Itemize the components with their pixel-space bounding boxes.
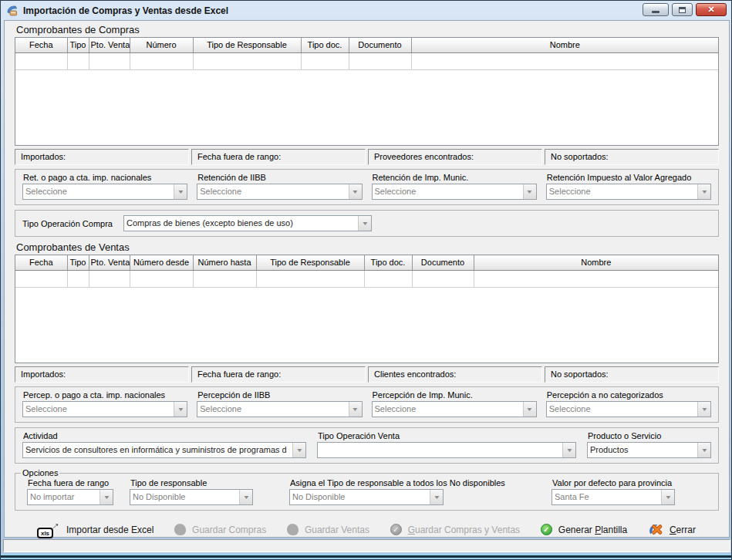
ventas-empty-row [15, 270, 718, 287]
opciones-group: Opciones Fecha fuera de rango No importa… [15, 468, 719, 511]
chevron-down-icon[interactable]: ▼ [697, 184, 710, 199]
compras-col-responsable[interactable]: Tipo de Responsable [193, 38, 301, 52]
ret-iva-select[interactable]: Seleccione ▼ [546, 184, 711, 200]
ventas-importados-label: Importados: [15, 366, 189, 383]
actividad-panel: Actividad Servicios de consultores en in… [15, 427, 719, 464]
compras-col-pto-venta[interactable]: Pto. Venta [89, 38, 130, 52]
compras-importados-label: Importados: [15, 149, 189, 165]
dialog-body: Comprobantes de Compras Fecha Tipo Pto. … [4, 20, 730, 538]
ventas-col-pto-venta[interactable]: Pto. Venta [89, 255, 130, 270]
tipo-operacion-compra-panel: Tipo Operación Compra Compras de bienes … [15, 210, 719, 237]
guardar-ventas-button[interactable]: Guardar Ventas [287, 524, 369, 535]
status-bar [3, 539, 730, 552]
title-bar: Importación de Compras y Ventas desde Ex… [1, 1, 731, 20]
tipo-operacion-venta-select[interactable]: ▼ [317, 442, 576, 458]
compras-empty-row [15, 52, 718, 69]
chevron-down-icon[interactable]: ▼ [697, 443, 710, 457]
compras-grid[interactable]: Fecha Tipo Pto. Venta Número Tipo de Res… [15, 37, 719, 146]
ventas-col-documento[interactable]: Documento [412, 255, 474, 270]
chevron-down-icon[interactable]: ▼ [697, 402, 710, 417]
chevron-down-icon[interactable]: ▼ [523, 402, 536, 417]
compras-col-tipo[interactable]: Tipo [67, 38, 89, 52]
tipo-operacion-compra-label: Tipo Operación Compra [22, 219, 113, 228]
ret-iva-label: Retención Impuesto al Valor Agregado [547, 173, 711, 182]
ret-munic-select[interactable]: Seleccione ▼ [372, 184, 537, 200]
chevron-down-icon[interactable]: ▼ [174, 402, 187, 417]
compras-col-fecha[interactable]: Fecha [15, 38, 67, 52]
opt-tipo-responsable-label: Tipo de responsable [130, 478, 289, 487]
compras-no-soportados-label: No soportados: [545, 149, 719, 165]
close-button[interactable]: ✕ [696, 3, 727, 16]
ventas-clientes-label: Clientes encontrados: [368, 366, 542, 383]
chevron-down-icon[interactable]: ▼ [292, 443, 305, 457]
compras-col-numero[interactable]: Número [130, 38, 193, 52]
chevron-down-icon[interactable]: ▼ [100, 490, 113, 504]
generar-plantilla-button[interactable]: ✓ Generar Plantilla [541, 524, 627, 535]
minimize-button[interactable] [643, 3, 669, 16]
opt-asigna-responsable-select[interactable]: No Disponible ▼ [289, 489, 444, 505]
percep-iibb-label: Percepción de IIBB [197, 390, 362, 400]
chevron-down-icon[interactable]: ▼ [562, 443, 575, 457]
tipo-operacion-compra-select[interactable]: Compras de bienes (excepto bienes de uso… [123, 215, 372, 231]
ventas-status-row: Importados: Fecha fuera de rango: Client… [15, 366, 719, 383]
percep-nacionales-select[interactable]: Seleccione ▼ [22, 401, 187, 417]
compras-col-documento[interactable]: Documento [349, 38, 411, 52]
ventas-col-fecha[interactable]: Fecha [15, 255, 67, 270]
guardar-compras-y-ventas-button[interactable]: ✓ Guardar Compras y Ventas [390, 524, 520, 535]
percep-munic-label: Percepción de Imp. Munic. [373, 390, 537, 400]
compras-col-tipo-doc[interactable]: Tipo doc. [301, 38, 349, 52]
ventas-col-tipo-doc[interactable]: Tipo doc. [364, 255, 412, 270]
compras-col-nombre[interactable]: Nombre [411, 38, 718, 52]
ventas-col-nombre[interactable]: Nombre [474, 255, 718, 270]
percep-no-categorizados-label: Percepción a no categorizados [547, 390, 711, 400]
percep-no-categorizados-select[interactable]: Seleccione ▼ [546, 401, 711, 417]
close-icon: ✕ [707, 5, 714, 15]
check-circle-icon: ✓ [390, 524, 402, 535]
ventas-col-numero-hasta[interactable]: Número hasta [193, 255, 256, 270]
ventas-col-responsable[interactable]: Tipo de Responsable [256, 255, 364, 270]
opt-fecha-fuera-label: Fecha fuera de rango [28, 478, 130, 487]
opt-provincia-select[interactable]: Santa Fe ▼ [552, 489, 675, 505]
compras-status-row: Importados: Fecha fuera de rango: Provee… [15, 149, 719, 165]
chevron-down-icon[interactable]: ▼ [523, 184, 536, 199]
actividad-label: Actividad [23, 431, 306, 440]
chevron-down-icon[interactable]: ▼ [174, 184, 187, 199]
chevron-down-icon[interactable]: ▼ [239, 490, 252, 504]
percep-munic-select[interactable]: Seleccione ▼ [372, 401, 537, 417]
cerrar-button[interactable]: Cerrar [648, 523, 696, 536]
ret-munic-label: Retención de Imp. Munic. [373, 173, 537, 182]
importar-desde-excel-button[interactable]: → xls Importar desde Excel [37, 521, 153, 538]
percep-iibb-select[interactable]: Seleccione ▼ [197, 401, 362, 417]
ventas-grid[interactable]: Fecha Tipo Pto. Venta Número desde Númer… [15, 255, 719, 363]
compras-proveedores-label: Proveedores encontrados: [368, 149, 542, 165]
chevron-down-icon[interactable]: ▼ [349, 402, 362, 417]
chevron-down-icon[interactable]: ▼ [661, 490, 674, 504]
maximize-icon [679, 7, 686, 13]
percepciones-panel: Percep. o pago a cta. imp. nacionales Se… [15, 386, 719, 423]
ret-iibb-select[interactable]: Seleccione ▼ [197, 184, 362, 200]
opt-fecha-fuera-select[interactable]: No importar ▼ [27, 489, 113, 505]
ret-nacionales-label: Ret. o pago a cta. imp. nacionales [23, 173, 187, 182]
maximize-button[interactable] [672, 3, 693, 16]
producto-servicio-label: Producto o Servicio [588, 431, 711, 440]
chevron-down-icon[interactable]: ▼ [349, 184, 362, 199]
ventas-fecha-fuera-label: Fecha fuera de rango: [191, 366, 366, 383]
import-excel-window: Importación de Compras y Ventas desde Ex… [0, 0, 732, 560]
minimize-icon [652, 11, 659, 13]
ventas-col-numero-desde[interactable]: Número desde [130, 255, 193, 270]
ret-nacionales-select[interactable]: Seleccione ▼ [22, 184, 187, 200]
producto-servicio-select[interactable]: Productos ▼ [587, 442, 711, 458]
retenciones-panel: Ret. o pago a cta. imp. nacionales Selec… [15, 169, 719, 205]
opt-tipo-responsable-select[interactable]: No Disponible ▼ [130, 489, 253, 505]
chevron-down-icon[interactable]: ▼ [358, 216, 371, 231]
ventas-section-title: Comprobantes de Ventas [16, 241, 719, 253]
guardar-compras-button[interactable]: Guardar Compras [174, 524, 266, 535]
chevron-down-icon[interactable]: ▼ [430, 490, 443, 504]
opciones-title: Opciones [21, 468, 59, 477]
compras-fecha-fuera-label: Fecha fuera de rango: [191, 149, 366, 165]
percep-nacionales-label: Percep. o pago a cta. imp. nacionales [23, 390, 187, 400]
actividad-select[interactable]: Servicios de consultores en informática … [22, 442, 306, 458]
tipo-operacion-venta-label: Tipo Operación Venta [318, 431, 576, 440]
ret-iibb-label: Retención de IIBB [197, 173, 362, 182]
ventas-col-tipo[interactable]: Tipo [67, 255, 89, 270]
